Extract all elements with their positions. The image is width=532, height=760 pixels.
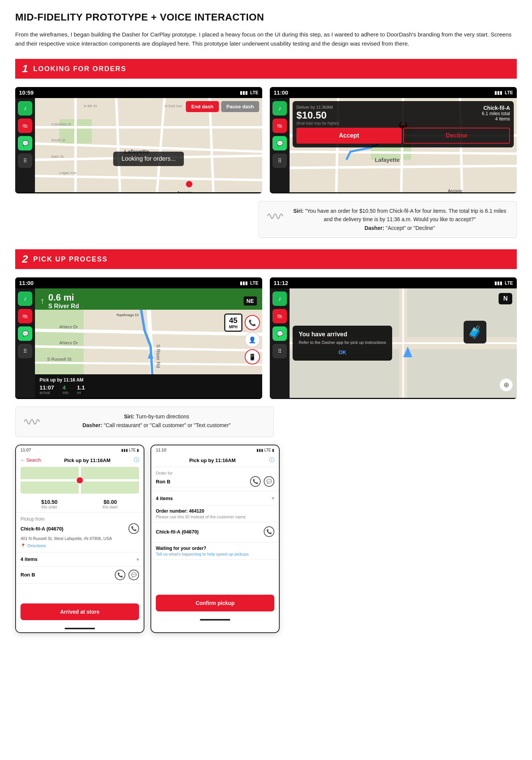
order-price-label: this order bbox=[21, 505, 78, 509]
miles-text: 6.1 miles total bbox=[482, 111, 510, 116]
decline-btn[interactable]: Decline bbox=[403, 128, 510, 144]
customer-msg-btn[interactable]: 💬 bbox=[128, 570, 139, 580]
siri-speech-1: "You have an order for $10.50 from Chick… bbox=[305, 208, 506, 222]
section-2-num: 2 bbox=[22, 253, 28, 265]
customer-call-btn[interactable]: 📞 bbox=[115, 570, 125, 580]
phone-1-pickup-section: Pickup from Chick-fil-A (04670) 📞 401 N … bbox=[16, 513, 144, 553]
phone-2-network: ▮▮▮ LTE ▮ bbox=[256, 448, 274, 452]
time-arrived: 11:12 bbox=[274, 280, 288, 286]
accept-btn[interactable]: Accept bbox=[296, 128, 402, 144]
phone-2-call-btn[interactable]: 📞 bbox=[264, 526, 274, 537]
sidebar-arr-spotify[interactable]: ♪ bbox=[272, 291, 287, 306]
status-bar-2: 11:00 ▮▮▮ LTE bbox=[270, 87, 517, 98]
order-number-section: Order number: 464120 Please use this ID … bbox=[151, 505, 279, 522]
compass-icon[interactable]: ⊕ bbox=[499, 378, 513, 392]
customer-call-btn-2[interactable]: 📞 bbox=[250, 476, 261, 487]
status-bar-1: 10:59 ▮▮▮ LTE bbox=[15, 87, 262, 98]
chevron-icon[interactable]: ▾ bbox=[136, 556, 139, 562]
phone-2-info-icon[interactable]: ⓘ bbox=[269, 457, 274, 464]
action-buttons: 📞 👤 📱 bbox=[245, 315, 260, 371]
section-1: 1 LOOKING FOR ORDERS 10:59 ▮▮▮ LTE ♪ 🛍 bbox=[15, 59, 517, 238]
end-dash-btn[interactable]: End dash bbox=[186, 101, 219, 112]
customer-msg-btn-2[interactable]: 💬 bbox=[264, 476, 274, 487]
directions-link[interactable]: 📍 Directions bbox=[21, 543, 139, 548]
svg-text:Arconic: Arconic bbox=[177, 190, 192, 192]
svg-text:Logan Ave: Logan Ave bbox=[59, 171, 76, 175]
network-1: LTE bbox=[250, 90, 258, 95]
status-bar-arrived: 11:12 ▮▮▮ LTE bbox=[270, 277, 517, 288]
section-1-header: 1 LOOKING FOR ORDERS bbox=[15, 59, 517, 79]
customer-icon-btns: 📞 💬 bbox=[115, 570, 139, 580]
sidebar-2-messages[interactable]: 💬 bbox=[272, 136, 287, 150]
phone-1-spacer bbox=[16, 584, 144, 599]
intro-text: From the wireframes, I began building th… bbox=[15, 30, 517, 48]
restaurant-name-phone: Chick-fil-A (04670) bbox=[21, 526, 63, 532]
svg-text:N Earl Ave: N Earl Ave bbox=[165, 104, 182, 108]
siri-speech-2: Turn-by-turn directions bbox=[136, 413, 189, 420]
restaurant-name: Chick-fil-A bbox=[482, 105, 510, 111]
svg-text:Columbia St: Columbia St bbox=[51, 122, 71, 126]
price-item-order: $10.50 this order bbox=[21, 499, 78, 509]
sidebar-nav-spotify[interactable]: ♪ bbox=[18, 291, 32, 306]
phone-2-order-for: Order for Ron B 📞 💬 bbox=[151, 467, 279, 491]
phone-1-back[interactable]: ← Search bbox=[21, 458, 41, 463]
ok-btn[interactable]: OK bbox=[299, 349, 386, 355]
sidebar-arr-messages[interactable]: 💬 bbox=[272, 326, 287, 341]
svg-text:S Russell St: S Russell St bbox=[47, 356, 72, 361]
call-btn[interactable]: 📞 bbox=[245, 315, 260, 330]
chevron-icon-2[interactable]: ▾ bbox=[272, 495, 274, 501]
section-1-num: 1 bbox=[22, 63, 28, 75]
sidebar-nav-apps[interactable]: ⠿ bbox=[18, 344, 32, 358]
sidebar-arr-doordash[interactable]: 🛍 bbox=[272, 309, 287, 323]
map-area-2: Lafayette Arconic Deliver by 11:36AM $10… bbox=[290, 98, 517, 192]
page-container: MID-FIDELITY PROTOTYPE + VOICE INTERACTI… bbox=[0, 0, 532, 656]
phone-call-btn[interactable]: 📞 bbox=[128, 523, 139, 534]
phone-2-items-row: 4 items ▾ bbox=[151, 491, 279, 505]
arrived-at-store-btn[interactable]: Arrived at store bbox=[21, 603, 139, 620]
sidebar-arr-apps[interactable]: ⠿ bbox=[272, 344, 287, 358]
waiting-link[interactable]: Tell us what's happening to help speed u… bbox=[156, 552, 274, 556]
phone-1-network: ▮▮▮ LTE ▮ bbox=[121, 448, 139, 452]
network-nav: LTE bbox=[250, 280, 258, 286]
pause-dash-btn[interactable]: Pause dash bbox=[221, 101, 259, 112]
waiting-section: Waiting for your order? Tell us what's h… bbox=[151, 543, 279, 560]
customer-icon-btns-2: 📞 💬 bbox=[250, 476, 274, 487]
sidebar-1: ♪ 🛍 💬 ⠿ bbox=[15, 98, 35, 192]
customer-name-2: Ron B bbox=[156, 479, 170, 484]
svg-text:Main St: Main St bbox=[51, 154, 64, 158]
restaurant-address: 401 N Russell St, West Lafayette, IN 479… bbox=[21, 535, 139, 542]
sidebar-doordash[interactable]: 🛍 bbox=[18, 119, 32, 133]
north-badge: N bbox=[499, 293, 512, 304]
sidebar-nav-messages[interactable]: 💬 bbox=[18, 326, 32, 341]
price-item-dash: $0.00 this dash bbox=[81, 499, 139, 509]
sidebar-2-spotify[interactable]: ♪ bbox=[272, 101, 287, 116]
street-name: S River Rd bbox=[48, 303, 79, 310]
sidebar-messages[interactable]: 💬 bbox=[18, 136, 32, 150]
phone-1-status: 11:07 ▮▮▮ LTE ▮ bbox=[16, 445, 144, 454]
signal-1: ▮▮▮ bbox=[240, 90, 248, 95]
sidebar-2-apps[interactable]: ⠿ bbox=[272, 154, 287, 168]
status-right-nav: ▮▮▮ LTE bbox=[240, 280, 258, 286]
main-title: MID-FIDELITY PROTOTYPE + VOICE INTERACTI… bbox=[15, 11, 517, 23]
section-2: 2 PICK UP PROCESS 11:00 ▮▮▮ LTE ♪ 🛍 � bbox=[15, 249, 517, 633]
person-btn[interactable]: 👤 bbox=[245, 332, 260, 347]
phone-1-info-icon[interactable]: ⓘ bbox=[134, 457, 139, 464]
text-btn[interactable]: 📱 bbox=[245, 349, 260, 364]
confirm-pickup-btn[interactable]: Confirm pickup bbox=[156, 595, 274, 611]
price-note: (final total may be higher) bbox=[296, 121, 339, 125]
waiting-label: Waiting for your order? bbox=[156, 546, 274, 551]
screen-arrived: 11:12 ▮▮▮ LTE ♪ 🛍 💬 ⠿ bbox=[270, 277, 517, 399]
sidebar-apps[interactable]: ⠿ bbox=[18, 154, 32, 168]
sidebar-2-doordash[interactable]: 🛍 bbox=[272, 119, 287, 133]
pickup-stats: 11:07 arrival 4 min 1.1 mi bbox=[40, 384, 258, 395]
screen-order-notification: 11:00 ▮▮▮ LTE ♪ 🛍 💬 ⠿ bbox=[270, 87, 517, 193]
sidebar-nav-doordash[interactable]: 🛍 bbox=[18, 309, 32, 323]
dasher-speech-2: "Call restaurant" or "Call customer" or … bbox=[104, 422, 231, 428]
signal-nav: ▮▮▮ bbox=[240, 280, 248, 286]
section-2-header: 2 PICK UP PROCESS bbox=[15, 249, 517, 269]
map-area-1: Lafayette Columbia St South St Main St L… bbox=[35, 98, 262, 192]
sidebar-spotify[interactable]: ♪ bbox=[18, 101, 32, 116]
svg-text:Ahlers Dr: Ahlers Dr bbox=[59, 340, 78, 345]
screen-body-1: ♪ 🛍 💬 ⠿ bbox=[15, 98, 262, 192]
section-1-title: LOOKING FOR ORDERS bbox=[33, 65, 127, 73]
